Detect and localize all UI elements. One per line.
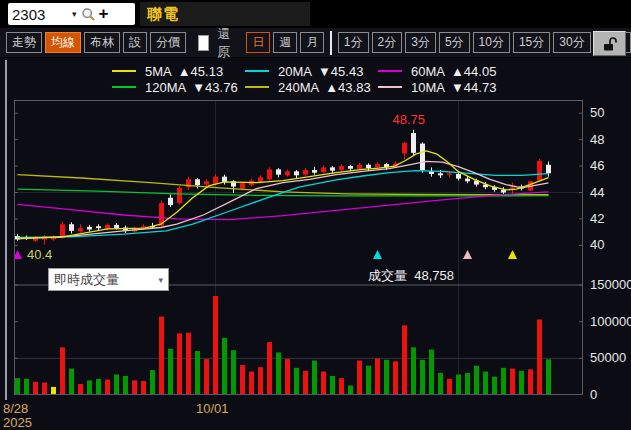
period-day-button[interactable]: 日: [246, 32, 270, 53]
volume-bar: [159, 317, 164, 395]
candle: [204, 181, 209, 184]
interval-2min-button[interactable]: 2分: [372, 32, 403, 53]
candle: [537, 161, 542, 181]
volume-bar: [357, 361, 362, 395]
ma-line-swatch: [112, 70, 136, 72]
ma-name: 120MA: [145, 80, 186, 95]
candle: [312, 170, 317, 173]
trend-arrow-icon: ▼: [318, 64, 331, 79]
price-axis-label: 42: [590, 211, 604, 226]
volume-bar: [339, 378, 344, 395]
volume-legend-label: 成交量: [368, 268, 407, 283]
ma-value: 44.05: [464, 64, 497, 79]
volume-bar: [240, 365, 245, 395]
signal-triangle-icon: [14, 250, 22, 259]
symbol-input[interactable]: [12, 6, 72, 23]
volume-bar: [501, 368, 506, 395]
dropdown-caret-icon: ▾: [158, 275, 163, 285]
indicator-dropdown-value: 即時成交量: [54, 271, 158, 289]
ma-legend-item: 60MA ▲ 44.05: [378, 64, 496, 79]
chart-mode-price-volume-button[interactable]: 分價: [150, 32, 186, 53]
candle: [285, 171, 290, 175]
candle: [51, 238, 56, 239]
volume-bar: [231, 350, 236, 395]
trend-arrow-icon: ▼: [451, 80, 464, 95]
candle: [411, 133, 416, 153]
ma-name: 10MA: [411, 80, 445, 95]
interval-10min-button[interactable]: 10分: [473, 32, 510, 53]
chart-mode-ma-button[interactable]: 均線: [45, 32, 81, 53]
interval-1min-button[interactable]: 1分: [338, 32, 369, 53]
volume-bar: [258, 367, 263, 395]
symbol-search-box[interactable]: ▾ +: [8, 3, 135, 25]
volume-bar: [267, 342, 272, 395]
chart-settings-button[interactable]: 設: [123, 32, 147, 53]
volume-bar: [24, 379, 29, 395]
volume-bar: [114, 374, 119, 395]
chart-mode-bollinger-button[interactable]: 布林: [84, 32, 120, 53]
header-bar: ▾ + 聯電: [0, 0, 631, 28]
candle: [357, 165, 362, 169]
ma-line-swatch: [245, 86, 269, 88]
candle: [114, 225, 119, 228]
volume-bar: [366, 366, 371, 395]
interval-30min-button[interactable]: 30分: [553, 32, 590, 53]
volume-bar: [78, 384, 83, 395]
volume-axis-label: 150000: [590, 277, 631, 292]
low-price-annotation: 40.4: [27, 247, 52, 262]
volume-axis-label: 100000: [590, 314, 631, 329]
volume-bar: [51, 387, 56, 395]
volume-bar: [186, 333, 191, 395]
volume-bar: [420, 360, 425, 395]
volume-bar: [87, 380, 92, 395]
volume-bar: [222, 338, 227, 395]
symbol-dropdown-caret-icon[interactable]: ▾: [72, 9, 77, 19]
candle: [294, 171, 299, 175]
volume-bar: [150, 370, 155, 395]
candlestick-chart-canvas[interactable]: [14, 100, 583, 395]
volume-bar: [429, 350, 434, 395]
candle: [222, 177, 227, 182]
chart-mode-trend-button[interactable]: 走勢: [6, 32, 42, 53]
volume-bar: [105, 380, 110, 395]
interval-3min-button[interactable]: 3分: [405, 32, 436, 53]
candle: [303, 170, 308, 175]
volume-legend: 成交量 48,758: [353, 267, 454, 285]
interval-15min-button[interactable]: 15分: [513, 32, 550, 53]
candle: [240, 183, 245, 188]
candle: [447, 173, 452, 174]
trend-arrow-icon: ▼: [192, 80, 205, 95]
volume-bar: [312, 361, 317, 395]
period-month-button[interactable]: 月: [300, 32, 324, 53]
volume-bar: [447, 379, 452, 395]
volume-bar: [474, 366, 479, 395]
x-axis-date-label: 10/01: [196, 401, 229, 416]
indicator-dropdown[interactable]: 即時成交量 ▾: [48, 268, 169, 291]
lock-button[interactable]: [593, 31, 626, 56]
ma-legend-item: 120MA ▼ 43.76: [112, 80, 245, 95]
volume-bar: [402, 325, 407, 395]
volume-bar: [492, 377, 497, 395]
restore-checkbox[interactable]: [198, 35, 209, 51]
add-symbol-icon[interactable]: +: [99, 7, 109, 21]
volume-bar: [69, 369, 74, 395]
stock-chart-app: ▾ + 聯電 走勢 均線 布林 設 分價 還原 日 週 月 1分 2分 3分 5…: [0, 0, 631, 430]
price-axis-label: 50: [590, 105, 604, 120]
trend-arrow-icon: ▲: [451, 64, 464, 79]
period-week-button[interactable]: 週: [273, 32, 297, 53]
candle: [438, 173, 443, 175]
candle: [78, 228, 83, 231]
ma-legend-item: 20MA ▼ 45.43: [245, 64, 378, 79]
trend-arrow-icon: ▲: [325, 80, 338, 95]
search-icon[interactable]: [81, 7, 96, 22]
candle: [465, 179, 470, 182]
volume-bar: [132, 380, 137, 395]
interval-5min-button[interactable]: 5分: [439, 32, 470, 53]
candle: [546, 165, 551, 174]
ma-value: 43.83: [338, 80, 371, 95]
volume-bar: [15, 378, 20, 395]
volume-bar: [213, 296, 218, 395]
stock-name: 聯電: [147, 5, 179, 24]
volume-bar: [303, 371, 308, 395]
chart-border: [15, 101, 583, 395]
